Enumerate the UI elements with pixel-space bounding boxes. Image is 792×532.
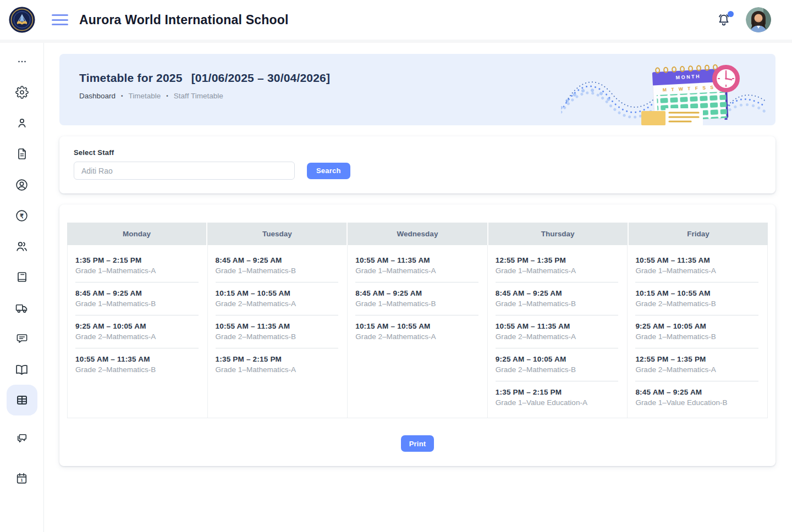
slot-class: Grade 1–Value Education-A [496,398,619,407]
slot-time: 1:35 PM – 2:15 PM [496,388,619,396]
staff-person-icon[interactable] [7,108,37,138]
slot-time: 1:35 PM – 2:15 PM [75,256,199,264]
school-logo [9,7,35,33]
page-title: Timetable for 2025 [79,71,183,85]
slot-class: Grade 1–Mathematics-B [75,300,199,308]
timetable-slot: 10:55 AM – 11:35 AMGrade 1–Mathematics-A [628,250,767,282]
breadcrumb-item[interactable]: Staff Timetable [174,92,223,100]
slot-time: 10:15 AM – 10:55 AM [355,322,479,330]
slot-class: Grade 2–Mathematics-A [75,332,199,341]
timetable-slot: 10:55 AM – 11:35 AMGrade 2–Mathematics-B [68,348,207,374]
timetable-grid-icon[interactable] [7,385,37,415]
timetable-card: MondayTuesdayWednesdayThursdayFriday 1:3… [59,204,776,466]
account-circle-icon[interactable] [7,169,37,200]
students-group-icon[interactable] [7,231,37,262]
slot-class: Grade 2–Mathematics-B [75,365,199,374]
timetable-slot: 10:55 AM – 11:35 AMGrade 2–Mathematics-B [208,315,348,348]
timetable-slot: 8:45 AM – 9:25 AMGrade 1–Mathematics-B [348,282,487,315]
school-name-title: Aurora World International School [79,13,289,27]
slot-class: Grade 2–Mathematics-B [635,300,758,308]
report-document-icon[interactable] [7,138,37,169]
slot-time: 8:45 AM – 9:25 AM [75,289,199,297]
timetable-slot: 8:45 AM – 9:25 AMGrade 1–Mathematics-B [488,282,628,315]
slot-time: 8:45 AM – 9:25 AM [635,388,758,396]
day-header: Friday [628,223,768,245]
svg-text:₹: ₹ [20,212,24,219]
slot-time: 9:25 AM – 10:05 AM [75,322,199,330]
breadcrumb: Dashboard•Timetable•Staff Timetable [79,92,330,100]
slot-time: 8:45 AM – 9:25 AM [355,289,479,297]
slot-time: 8:45 AM – 9:25 AM [496,289,619,297]
library-open-book-icon[interactable] [7,354,37,385]
slot-time: 10:15 AM – 10:55 AM [635,289,758,297]
select-staff-label: Select Staff [74,148,761,157]
timetable-slot: 10:15 AM – 10:55 AMGrade 2–Mathematics-A [348,315,487,341]
fees-rupee-icon[interactable]: ₹ [7,200,37,231]
staff-search-input[interactable] [74,162,295,180]
slot-class: Grade 1–Mathematics-A [496,267,619,275]
day-header: Thursday [487,223,628,245]
breadcrumb-separator: • [121,93,123,99]
timetable-header-row: MondayTuesdayWednesdayThursdayFriday [67,223,768,245]
message-bubble-icon[interactable] [7,323,37,354]
slot-time: 10:15 AM – 10:55 AM [216,289,339,297]
slot-class: Grade 1–Mathematics-A [75,267,199,275]
timetable-slot: 10:55 AM – 11:35 AMGrade 2–Mathematics-A [488,315,628,348]
notification-bell-icon[interactable] [716,12,732,27]
slot-class: Grade 1–Mathematics-A [216,365,339,374]
slot-class: Grade 2–Mathematics-A [216,300,339,308]
staff-search-card: Select Staff Search [59,136,776,193]
slot-time: 10:55 AM – 11:35 AM [355,256,479,264]
slot-time: 9:25 AM – 10:05 AM [635,322,758,330]
feedback-chats-icon[interactable] [7,422,37,453]
calendar-events-icon[interactable]: 1 [7,463,37,494]
slot-class: Grade 2–Mathematics-B [216,332,339,341]
page-banner: Timetable for 2025 [01/06/2025 – 30/04/2… [59,54,776,125]
timetable-slot: 1:35 PM – 2:15 PMGrade 1–Mathematics-A [68,250,207,282]
slot-time: 10:55 AM – 11:35 AM [635,256,758,264]
slot-class: Grade 1–Mathematics-B [216,267,339,275]
header-divider [0,40,792,43]
breadcrumb-separator: • [166,93,168,99]
timetable-body-row: 1:35 PM – 2:15 PMGrade 1–Mathematics-A8:… [67,245,768,418]
breadcrumb-item[interactable]: Dashboard [79,92,116,100]
page-date-range: [01/06/2025 – 30/04/2026] [191,71,331,85]
timetable-slot: 1:35 PM – 2:15 PMGrade 1–Value Education… [488,381,628,407]
slot-time: 12:55 PM – 1:35 PM [635,355,758,363]
more-menu-icon[interactable] [7,46,37,77]
timetable-slot: 12:55 PM – 1:35 PMGrade 2–Mathematics-A [628,348,767,381]
svg-text:1: 1 [20,478,23,483]
timetable-slot: 1:35 PM – 2:15 PMGrade 1–Mathematics-A [208,348,348,374]
day-header: Monday [67,223,206,245]
slot-time: 10:55 AM – 11:35 AM [496,322,619,330]
day-column: 12:55 PM – 1:35 PMGrade 1–Mathematics-A8… [488,245,628,418]
slot-class: Grade 2–Mathematics-A [635,365,758,374]
timetable-slot: 9:25 AM – 10:05 AMGrade 2–Mathematics-A [68,315,207,348]
day-header: Tuesday [206,223,346,245]
day-header: Wednesday [346,223,487,245]
slot-class: Grade 1–Mathematics-B [635,332,758,341]
main-content: Timetable for 2025 [01/06/2025 – 30/04/2… [44,43,792,532]
print-button[interactable]: Print [401,435,435,452]
slot-class: Grade 2–Mathematics-B [496,365,619,374]
day-column: 8:45 AM – 9:25 AMGrade 1–Mathematics-B10… [208,245,348,418]
transport-bus-icon[interactable] [7,292,37,323]
breadcrumb-item[interactable]: Timetable [129,92,161,100]
search-button[interactable]: Search [307,163,350,179]
timetable-slot: 10:15 AM – 10:55 AMGrade 2–Mathematics-A [208,282,348,315]
user-avatar[interactable] [746,7,771,32]
timetable-slot: 8:45 AM – 9:25 AMGrade 1–Mathematics-B [208,250,348,282]
timetable-slot: 10:55 AM – 11:35 AMGrade 1–Mathematics-A [348,250,487,282]
slot-time: 10:55 AM – 11:35 AM [75,355,199,363]
slot-class: Grade 1–Mathematics-B [496,300,619,308]
slot-class: Grade 1–Value Education-B [635,398,758,407]
day-column: 10:55 AM – 11:35 AMGrade 1–Mathematics-A… [628,245,768,418]
slot-class: Grade 2–Mathematics-A [355,332,479,341]
notebook-icon[interactable] [7,262,37,292]
timetable-slot: 12:55 PM – 1:35 PMGrade 1–Mathematics-A [488,250,628,282]
settings-gear-icon[interactable] [7,77,37,108]
slot-time: 8:45 AM – 9:25 AM [216,256,339,264]
hamburger-menu-icon[interactable] [52,14,68,25]
timetable-slot: 9:25 AM – 10:05 AMGrade 2–Mathematics-B [488,348,628,381]
slot-time: 10:55 AM – 11:35 AM [216,322,339,330]
